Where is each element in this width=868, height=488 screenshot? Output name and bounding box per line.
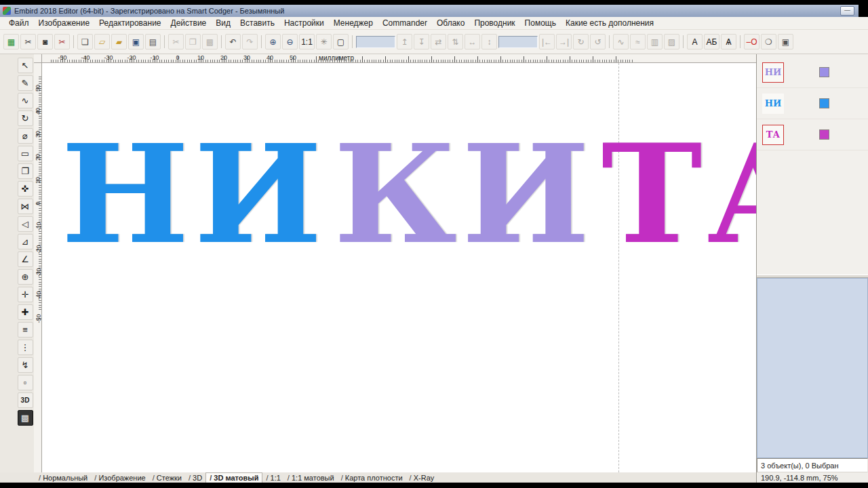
open-folder-icon[interactable]: ▱ (94, 34, 110, 49)
save-icon[interactable]: ▣ (128, 34, 144, 49)
stitch-density-icon[interactable]: ≈ (630, 34, 646, 49)
menu-item[interactable]: Действие (166, 18, 212, 28)
menu-item[interactable]: Менеджер (329, 18, 378, 28)
zoom-tool[interactable]: ⌀ (18, 128, 33, 144)
trim-scissors-icon[interactable]: ✂ (20, 34, 36, 49)
minimize-button[interactable]: — (840, 6, 854, 16)
object-row[interactable]: ТА (757, 119, 868, 150)
speech-bubble-icon[interactable]: ❍ (761, 34, 776, 49)
paste-icon[interactable]: ▩ (202, 34, 218, 49)
canvas[interactable]: НИ КИ ТА (42, 63, 756, 472)
object-thumbnail[interactable]: НИ (762, 94, 784, 114)
order-tool[interactable]: ⋮ (18, 340, 33, 355)
title-bar[interactable]: Embird 2018 Editor (64-bit) - Зарегистри… (0, 5, 868, 17)
rotate-ccw-icon[interactable]: ↺ (590, 34, 606, 49)
toolbar-button (219, 34, 224, 49)
view-3d-tool[interactable]: 3D (18, 392, 33, 408)
rotate-tool[interactable]: ↻ (18, 110, 33, 126)
view-tab[interactable]: 3D (185, 473, 205, 483)
segment-ki[interactable]: КИ (334, 127, 595, 262)
import-folder-icon[interactable]: ▰ (111, 34, 127, 49)
compensation-icon[interactable]: ▥ (647, 34, 663, 49)
save-settings-icon[interactable]: ▣ (778, 34, 793, 49)
object-thumbnail[interactable]: НИ (762, 62, 784, 83)
center-origin-tool[interactable]: ⊕ (18, 269, 33, 285)
menu-item[interactable]: Изображение (34, 18, 95, 28)
camera-icon[interactable]: ◙ (37, 34, 53, 49)
zoom-in-icon[interactable]: ⊕ (265, 34, 281, 49)
color-swatch[interactable] (819, 129, 829, 140)
skew-horizontal-tool[interactable]: ⊿ (18, 234, 33, 249)
duplicate-tool[interactable]: ❐ (18, 163, 33, 179)
view-tab[interactable]: 3D матовый (205, 472, 262, 483)
edit-points-tool[interactable]: ✎ (18, 75, 33, 91)
snap-right-icon[interactable]: →| (556, 34, 572, 49)
snap-left-icon[interactable]: |← (539, 34, 555, 49)
menu-item[interactable]: Помощь (520, 18, 561, 28)
select-tool[interactable]: ↖ (18, 58, 33, 73)
skew-vertical-tool[interactable]: ∠ (18, 251, 33, 267)
grid-tool[interactable]: ▫ (18, 375, 33, 390)
hoop-icon[interactable]: ▦ (3, 34, 19, 49)
color-swatch[interactable] (819, 67, 829, 77)
copy-icon[interactable]: ❐ (185, 34, 201, 49)
print-icon[interactable]: ▤ (145, 34, 161, 49)
view-tab[interactable]: Карта плотности (338, 473, 406, 483)
stitch-count-combo[interactable] (356, 36, 395, 48)
segment-ni[interactable]: НИ (61, 127, 327, 262)
redo-icon[interactable]: ↷ (242, 34, 258, 49)
rotate-cw-icon[interactable]: ↻ (573, 34, 589, 49)
view-tab[interactable]: X-Ray (406, 473, 438, 483)
distribute-tool[interactable]: ≡ (18, 322, 33, 338)
underlay-icon[interactable]: ▨ (664, 34, 679, 49)
new-file-icon[interactable]: ❏ (77, 34, 93, 49)
freehand-select-tool[interactable]: ∿ (18, 93, 33, 108)
zoom-out-icon[interactable]: ⊖ (282, 34, 298, 49)
object-row[interactable]: НИ (757, 57, 868, 88)
mirror-vertical-tool[interactable]: ◁ (18, 216, 33, 232)
menu-item[interactable]: Вставить (235, 18, 279, 28)
move-tool[interactable]: ✜ (18, 181, 33, 197)
zoom-fit-icon[interactable]: ✳ (316, 34, 332, 49)
menu-item[interactable]: Настройки (279, 18, 329, 28)
center-v-icon[interactable]: ↕ (481, 34, 497, 49)
frame-icon[interactable]: ▢ (333, 34, 349, 49)
color-swatch[interactable] (819, 98, 829, 108)
menu-item[interactable]: Commander (378, 18, 432, 28)
menu-item[interactable]: Вид (211, 18, 235, 28)
center-h-icon[interactable]: ↔ (465, 34, 480, 49)
menu-item[interactable]: Какие есть дополнения (561, 18, 658, 28)
size-combo[interactable] (498, 36, 538, 48)
view-tab[interactable]: Изображение (91, 473, 149, 483)
align-bottom-icon[interactable]: ↧ (414, 34, 429, 49)
align-center-h-tool[interactable]: ✛ (18, 287, 33, 302)
embroidery-word[interactable]: НИ КИ ТА (61, 127, 823, 262)
menu-item[interactable]: Облако (432, 18, 469, 28)
mirror-horizontal-tool[interactable]: ⋈ (18, 199, 33, 214)
object-row[interactable]: НИ (757, 88, 868, 119)
distribute-h-icon[interactable]: ⇄ (431, 34, 446, 49)
stitch-edit-icon[interactable]: ∿ (613, 34, 629, 49)
align-top-icon[interactable]: ↥ (397, 34, 412, 49)
rect-select-tool[interactable]: ▭ (18, 146, 33, 161)
menu-item[interactable]: Файл (4, 18, 34, 28)
align-center-v-tool[interactable]: ✚ (18, 304, 33, 320)
undo-icon[interactable]: ↶ (225, 34, 241, 49)
register-key-icon[interactable]: ‒O (744, 34, 760, 49)
view-tab[interactable]: 1:1 (262, 473, 283, 483)
view-tab[interactable]: Нормальный (35, 473, 91, 483)
text-tool-icon[interactable]: A (687, 34, 703, 49)
sequence-tool[interactable]: ↯ (18, 357, 33, 373)
font-engine-icon[interactable]: Ѧ (721, 34, 736, 49)
monogram-tool-icon[interactable]: AБ (704, 34, 719, 49)
cut-scissors-icon[interactable]: ✂ (54, 34, 70, 49)
object-thumbnail[interactable]: ТА (762, 125, 784, 145)
zoom-1to1-icon[interactable]: 1:1 (299, 34, 315, 49)
view-tab[interactable]: Стежки (149, 473, 185, 483)
menu-item[interactable]: Редактирование (94, 18, 165, 28)
cut-icon[interactable]: ✂ (168, 34, 184, 49)
sew-simulator-tool[interactable]: ▩ (18, 410, 33, 426)
distribute-v-icon[interactable]: ⇅ (448, 34, 463, 49)
menu-item[interactable]: Проводник (469, 18, 519, 28)
view-tab[interactable]: 1:1 матовый (284, 473, 338, 483)
